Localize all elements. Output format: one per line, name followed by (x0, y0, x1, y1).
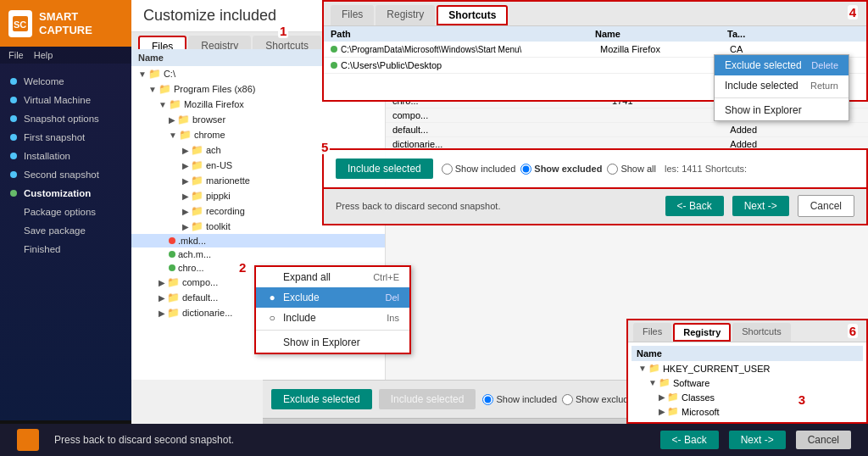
sidebar-item-welcome[interactable]: Welcome (0, 72, 131, 91)
sidebar-item-snapshot-options[interactable]: Snapshot options (0, 109, 131, 128)
overlay-cancel-button[interactable]: Cancel (798, 195, 854, 217)
overlay-radio-included[interactable]: Show included (442, 164, 516, 175)
tree-arrow: ▶ (182, 176, 189, 186)
reg-hkcu-label: HKEY_CURRENT_USER (663, 364, 771, 374)
dot-custom (10, 190, 17, 197)
sidebar-label-finished: Finished (24, 244, 60, 254)
sidebar-item-customization[interactable]: Customization (0, 184, 131, 203)
middle-overlay: 5 Include selected Show included Show ex… (322, 148, 868, 189)
app-title: SMART CAPTURE (39, 10, 123, 36)
sidebar-label-vm: Virtual Machine (24, 95, 91, 105)
ctx-exclude[interactable]: ● Exclude Del (256, 287, 409, 308)
sidebar-header: SC SMART CAPTURE (0, 0, 131, 47)
tree-arrow: ▼ (159, 100, 167, 109)
step-4-label: 4 (848, 5, 858, 19)
sidebar-label-second-snap: Second snapshot (24, 170, 99, 180)
exclude-selected-button[interactable]: Exclude selected (271, 389, 372, 409)
folder-icon: 📁 (191, 144, 203, 156)
reg-tree-microsoft[interactable]: ▶ 📁 Microsoft (632, 404, 863, 419)
tree-item-browser[interactable]: ▶ 📁 browser (131, 112, 385, 127)
include-selected-button[interactable]: Include selected (379, 389, 476, 409)
reg-tab-shortcuts[interactable]: Shortcuts (732, 323, 790, 342)
overlay-radio-excluded[interactable]: Show excluded (520, 164, 602, 175)
popup-col-target: Ta... (727, 29, 860, 39)
reg-tree-hkcu[interactable]: ▼ 📁 HKEY_CURRENT_USER (632, 361, 863, 375)
ctx-exclude-shortcut: Del (385, 292, 399, 303)
sub-ctx-include[interactable]: Include selected Return (715, 75, 849, 96)
announce-text: Press back to discard second snapshot. (54, 434, 650, 446)
reg-folder-icon: 📁 (659, 377, 670, 388)
tree-item-mkd[interactable]: .mkd... (131, 234, 385, 247)
sub-exclude-label: Exclude selected (725, 59, 802, 71)
popup-tab-files[interactable]: Files (331, 5, 374, 25)
overlay-radio-all[interactable]: Show all (607, 164, 656, 175)
tree-arrow: ▼ (169, 131, 177, 140)
tree-arrow: ▶ (182, 161, 189, 170)
popup-table-header: Path Name Ta... (324, 26, 866, 42)
sidebar-label-install: Installation (24, 151, 70, 161)
sidebar-label-snapshot-opts: Snapshot options (24, 114, 99, 124)
tree-item-achm[interactable]: ach.m... (131, 247, 385, 261)
sidebar-item-second-snapshot[interactable]: Second snapshot (0, 165, 131, 184)
menu-file[interactable]: File (8, 50, 24, 60)
dot-install (10, 153, 17, 159)
reg-microsoft-label: Microsoft (682, 407, 720, 417)
step-1-label: 1 (278, 24, 288, 38)
reg-tab-files[interactable]: Files (633, 323, 671, 342)
sidebar-item-first-snapshot[interactable]: First snapshot (0, 128, 131, 147)
sub-context-menu: Exclude selected Delete Include selected… (714, 54, 849, 121)
tree-arrow: ▶ (159, 278, 165, 287)
radio-show-included[interactable]: Show included (482, 394, 557, 405)
overlay-back-button[interactable]: <- Back (665, 196, 724, 216)
ctx-expand-all[interactable]: Expand all Ctrl+E (256, 267, 409, 287)
sidebar-item-virtual-machine[interactable]: Virtual Machine (0, 91, 131, 109)
reg-tree-classes[interactable]: ▶ 📁 Classes (632, 390, 863, 404)
svg-text:SC: SC (14, 19, 26, 30)
ctx-include[interactable]: ○ Include Ins (256, 308, 409, 328)
reg-tree-software[interactable]: ▼ 📁 Software (632, 375, 863, 390)
cell-status: Added (723, 123, 868, 137)
sidebar-menubar: File Help (0, 47, 131, 64)
reg-header: Name (632, 346, 863, 361)
overlay-next-button[interactable]: Next -> (732, 196, 789, 216)
tree-arrow: ▼ (148, 85, 157, 94)
folder-icon: 📁 (167, 292, 180, 303)
dot-welcome (10, 78, 17, 85)
reg-tab-registry[interactable]: Registry (673, 323, 731, 342)
sub-ctx-explorer[interactable]: Show in Explorer (715, 100, 849, 120)
popup-name-1: Mozilla Firefox (600, 44, 730, 54)
overlay-count: les: 1411 Shortcuts: (665, 164, 747, 174)
ctx-explorer-label: Show in Explorer (283, 336, 360, 348)
table-row[interactable]: default... Added (386, 123, 868, 137)
include-selected-overlay-button[interactable]: Include selected (336, 158, 433, 179)
sidebar-item-save-package[interactable]: Save package (0, 221, 131, 240)
sub-ctx-exclude[interactable]: Exclude selected Delete (715, 55, 849, 75)
dot-pkg-opts (10, 209, 17, 215)
ctx-include-label: Include (283, 312, 316, 324)
tree-item-chrome[interactable]: ▼ 📁 chrome (131, 127, 385, 142)
sidebar-item-package-options[interactable]: Package options (0, 203, 131, 221)
sidebar-label-welcome: Welcome (24, 76, 64, 86)
step-5-label: 5 (320, 140, 330, 154)
folder-icon: 📁 (148, 68, 161, 80)
cell-name: compo... (386, 108, 605, 123)
reg-folder-icon: 📁 (667, 406, 679, 417)
popup-tab-shortcuts[interactable]: Shortcuts (437, 5, 508, 25)
popup-col-path: Path (331, 29, 595, 39)
menu-help[interactable]: Help (34, 50, 53, 60)
include-icon: ○ (266, 312, 278, 324)
ctx-show-explorer[interactable]: Show in Explorer (256, 332, 409, 353)
reg-arrow: ▶ (659, 392, 665, 402)
announce-next-button[interactable]: Next -> (729, 431, 786, 449)
sidebar-item-finished[interactable]: Finished (0, 240, 131, 259)
folder-icon: 📁 (191, 159, 203, 171)
sidebar-label-pkg-opts: Package options (24, 207, 96, 217)
popup-tab-registry[interactable]: Registry (376, 5, 435, 25)
ctx-exclude-label: Exclude (283, 292, 320, 303)
sub-include-label: Include selected (725, 80, 798, 92)
announce-cancel-button[interactable]: Cancel (796, 431, 851, 449)
announce-back-button[interactable]: <- Back (660, 431, 719, 449)
sidebar-label-save-pkg: Save package (24, 225, 86, 236)
folder-icon: 📁 (177, 114, 190, 125)
sidebar-item-installation[interactable]: Installation (0, 147, 131, 165)
